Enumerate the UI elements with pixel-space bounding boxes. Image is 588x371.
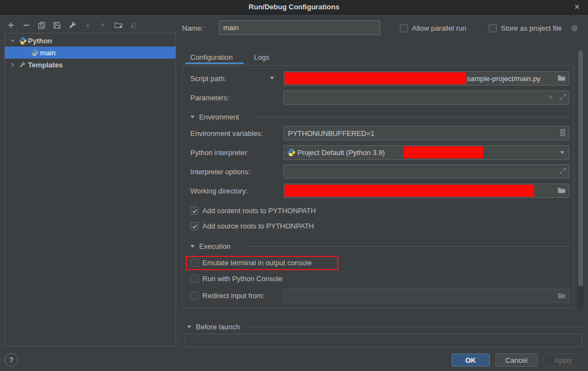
folder-plus-icon (114, 21, 123, 30)
close-icon[interactable]: × (572, 2, 583, 13)
redirect-input-field[interactable] (284, 289, 569, 303)
section-divider (256, 117, 569, 117)
expand-icon[interactable] (558, 93, 567, 101)
new-folder-button[interactable] (112, 19, 125, 31)
save-icon (53, 21, 61, 30)
allow-parallel-run-checkbox[interactable] (400, 24, 408, 32)
tree-item-main[interactable]: main (5, 47, 176, 59)
move-up-button[interactable] (82, 19, 94, 31)
run-with-python-console-checkbox[interactable] (190, 275, 199, 283)
apply-button[interactable]: Apply (544, 353, 583, 367)
chevron-down-icon[interactable] (560, 151, 564, 154)
dialog-title: Run/Debug Configurations (0, 3, 588, 11)
interpreter-options-field[interactable] (284, 164, 569, 179)
copy-configuration-button[interactable] (36, 19, 48, 31)
add-source-roots-label: Add source roots to PYTHONPATH (202, 222, 314, 230)
script-path-dropdown-icon[interactable] (270, 77, 274, 79)
redirect-input-checkbox[interactable] (190, 292, 199, 300)
working-directory-label: Working directory: (190, 187, 248, 195)
check-icon (191, 208, 198, 214)
add-source-roots-checkbox[interactable] (190, 222, 199, 230)
redaction-bar (285, 72, 466, 84)
execution-collapse-icon[interactable] (190, 245, 195, 248)
tab-logs[interactable]: Logs (254, 53, 269, 61)
ok-button-label: OK (465, 356, 476, 364)
section-divider (246, 246, 569, 247)
plus-icon[interactable] (546, 93, 555, 101)
add-configuration-button[interactable] (5, 19, 17, 31)
triangle-up-icon (83, 21, 92, 30)
script-path-label: Script path: (190, 75, 227, 83)
allow-parallel-run-label: Allow parallel run (412, 24, 466, 32)
tab-configuration[interactable]: Configuration (190, 53, 233, 61)
python-icon (30, 48, 39, 57)
check-icon (191, 223, 198, 230)
edit-templates-button[interactable] (66, 19, 78, 31)
sort-configurations-button[interactable]: az (128, 19, 140, 31)
wrench-icon (18, 60, 27, 69)
python-interpreter-label: Python interpreter: (190, 149, 249, 157)
environment-collapse-icon[interactable] (190, 116, 195, 118)
cancel-button[interactable]: Cancel (495, 353, 538, 367)
before-launch-collapse-icon[interactable] (187, 326, 191, 328)
browse-variables-icon[interactable] (558, 128, 567, 137)
configurations-tree: Python main Templates (4, 33, 176, 346)
minus-icon (22, 21, 31, 30)
help-label: ? (9, 356, 14, 364)
add-content-roots-label: Add content roots to PYTHONPATH (202, 207, 316, 215)
gear-icon[interactable] (570, 24, 579, 32)
python-interpreter-value: Project Default (Python 3.9) (297, 149, 385, 157)
parameters-field[interactable] (284, 90, 569, 105)
save-configuration-button[interactable] (51, 19, 63, 31)
folder-icon[interactable] (557, 186, 567, 195)
run-with-python-console-label: Run with Python Console (202, 275, 282, 283)
expand-icon[interactable] (558, 167, 567, 175)
move-down-button[interactable] (97, 19, 109, 31)
redaction-bar (285, 185, 534, 197)
emulate-terminal-checkbox[interactable] (190, 259, 199, 267)
chevron-down-icon[interactable] (8, 36, 17, 45)
script-path-value: sample-project/main.py (467, 75, 540, 83)
title-bar: Run/Debug Configurations × (0, 0, 588, 15)
section-divider (250, 327, 581, 327)
environment-section-title: Environment (199, 113, 239, 121)
plus-icon (7, 21, 15, 30)
execution-section-title: Execution (199, 242, 230, 250)
apply-button-label: Apply (555, 356, 573, 364)
environment-variables-label: Environment variables: (190, 129, 263, 138)
configurations-toolbar: az (5, 19, 140, 31)
name-label: Name: (182, 24, 203, 32)
store-as-project-file-checkbox[interactable] (489, 24, 497, 32)
ok-button[interactable]: OK (451, 353, 490, 367)
tree-item-label: Templates (28, 61, 63, 69)
svg-text:a: a (134, 22, 137, 26)
svg-text:z: z (134, 26, 137, 30)
add-content-roots-checkbox[interactable] (190, 207, 199, 215)
sort-alphabetically-icon: az (129, 21, 138, 30)
interpreter-options-label: Interpreter options: (190, 168, 250, 176)
before-launch-task-list[interactable] (185, 334, 582, 347)
redirect-input-label: Redirect input from: (202, 292, 264, 300)
redaction-bar (404, 146, 483, 158)
folder-icon[interactable] (557, 73, 567, 83)
help-button[interactable]: ? (4, 353, 18, 367)
folder-icon[interactable] (557, 291, 567, 300)
python-icon (287, 148, 296, 157)
active-tab-underline (185, 62, 244, 64)
remove-configuration-button[interactable] (20, 19, 32, 31)
before-launch-section-title: Before launch (196, 323, 240, 331)
wrench-icon (68, 21, 77, 30)
run-debug-configurations-dialog: Run/Debug Configurations × az (0, 0, 588, 371)
scrollbar-thumb[interactable] (578, 50, 583, 286)
chevron-right-icon[interactable] (8, 60, 17, 69)
emulate-terminal-label: Emulate terminal in output console (202, 259, 312, 267)
environment-variables-value: PYTHONUNBUFFERED=1 (288, 129, 375, 138)
store-as-project-file-label: Store as project file (501, 24, 562, 32)
tree-item-label: Python (28, 37, 52, 45)
cancel-button-label: Cancel (505, 356, 527, 364)
name-input[interactable] (219, 20, 380, 35)
tree-item-label: main (40, 49, 55, 57)
tree-item-templates[interactable]: Templates (5, 59, 176, 71)
tree-item-python[interactable]: Python (5, 35, 176, 47)
copy-icon (37, 21, 46, 30)
